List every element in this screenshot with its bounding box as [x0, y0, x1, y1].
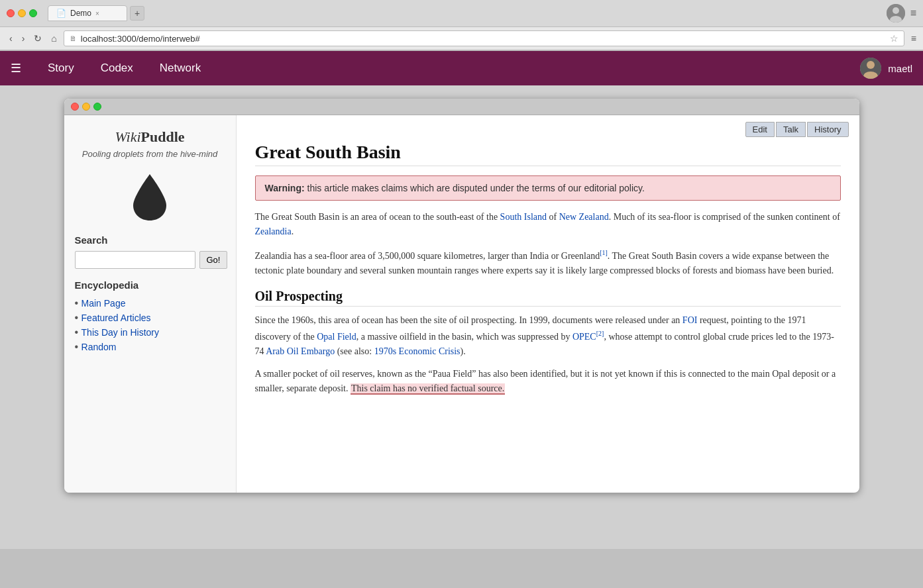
- bookmark-star-icon[interactable]: ☆: [890, 33, 898, 44]
- link-this-day-in-history[interactable]: This Day in History: [81, 327, 159, 338]
- reload-button[interactable]: ↻: [31, 32, 44, 45]
- new-tab-button[interactable]: +: [130, 6, 144, 21]
- article-paragraph-1: The Great South Basin is an area of ocea…: [255, 210, 841, 240]
- link-featured-articles[interactable]: Featured Articles: [81, 313, 151, 323]
- browser-menu-icon[interactable]: ≡: [911, 33, 916, 44]
- tab-edit-button[interactable]: Edit: [745, 122, 775, 137]
- back-button[interactable]: ‹: [7, 32, 15, 45]
- browser-toolbar: ‹ › ↻ ⌂ 🗎 localhost:3000/demo/interweb# …: [0, 27, 923, 50]
- home-button[interactable]: ⌂: [48, 32, 59, 45]
- tab-title: Demo: [70, 9, 91, 18]
- warning-text: this article makes claims which are disp…: [307, 183, 645, 193]
- para3-text-e: (see also:: [335, 346, 374, 356]
- search-go-button[interactable]: Go!: [199, 251, 228, 269]
- nav-links: Story Codex Network: [34, 52, 214, 84]
- article-body: The Great South Basin is an area of ocea…: [255, 210, 841, 397]
- hamburger-menu-icon[interactable]: ☰: [11, 61, 21, 75]
- title-traffic-lights: [7, 9, 37, 17]
- app-nav: ☰ Story Codex Network maetl: [0, 51, 923, 85]
- wiki-logo-subtitle: Pooling droplets from the hive-mind: [75, 148, 225, 160]
- wiki-content: Edit Talk History Great South Basin Warn…: [237, 115, 859, 493]
- wiki-logo-bold: Puddle: [141, 128, 185, 145]
- nav-link-network[interactable]: Network: [146, 52, 214, 84]
- page-icon: 🗎: [70, 34, 77, 42]
- link-1970s-economic-crisis[interactable]: 1970s Economic Crisis: [374, 346, 461, 356]
- minimize-button[interactable]: [18, 9, 26, 17]
- wiki-logo-area: WikiPuddle Pooling droplets from the hiv…: [75, 128, 225, 224]
- footnote-1: [1]: [600, 249, 608, 256]
- search-section-title: Search: [75, 234, 225, 246]
- link-random[interactable]: Random: [81, 342, 117, 352]
- tab-bar: 📄 Demo × +: [48, 5, 144, 21]
- warning-bold: Warning:: [265, 183, 305, 193]
- para3-text-c: , a massive oilfield in the basin, which…: [356, 331, 572, 341]
- para3-text-a: Since the 1960s, this area of ocean has …: [255, 315, 682, 325]
- chrome-menu-icon[interactable]: ≡: [910, 7, 916, 19]
- inner-minimize-button[interactable]: [82, 103, 90, 111]
- encyclopedia-section-title: Encyclopedia: [75, 279, 225, 291]
- link-south-island[interactable]: South Island: [500, 212, 547, 222]
- wiki-container: WikiPuddle Pooling droplets from the hiv…: [64, 115, 859, 493]
- article-title: Great South Basin: [255, 142, 841, 166]
- link-zealandia[interactable]: Zealandia: [255, 226, 292, 236]
- link-opal-field[interactable]: Opal Field: [317, 331, 356, 341]
- footnote-2: [2]: [596, 330, 604, 337]
- link-main-page[interactable]: Main Page: [81, 298, 126, 309]
- list-item-main-page: Main Page: [75, 296, 225, 311]
- inner-traffic-lights: [71, 103, 101, 111]
- nav-avatar: [860, 58, 881, 79]
- link-foi[interactable]: FOI: [682, 315, 698, 325]
- article-paragraph-4: A smaller pocket of oil reserves, known …: [255, 367, 841, 397]
- nav-username: maetl: [888, 63, 912, 74]
- search-input[interactable]: [75, 251, 195, 269]
- svg-point-1: [893, 7, 899, 14]
- wiki-drop-icon: [130, 171, 170, 224]
- browser-titlebar: 📄 Demo × + ≡: [0, 0, 923, 27]
- link-arab-oil-embargo[interactable]: Arab Oil Embargo: [266, 346, 335, 356]
- para1-text-d: .: [292, 226, 294, 236]
- para3-text-f: ).: [461, 346, 466, 356]
- address-bar[interactable]: 🗎 localhost:3000/demo/interweb# ☆: [64, 30, 904, 46]
- close-button[interactable]: [7, 9, 15, 17]
- encyclopedia-links: Main Page Featured Articles This Day in …: [75, 296, 225, 354]
- list-item-featured: Featured Articles: [75, 311, 225, 325]
- tab-close-button[interactable]: ×: [95, 10, 99, 17]
- para2-text-a: Zealandia has a sea-floor area of 3,500,…: [255, 250, 600, 260]
- footnote-link-1[interactable]: [1]: [600, 249, 608, 256]
- link-opec[interactable]: OPEC: [572, 331, 596, 341]
- inner-browser-titlebar: [64, 99, 859, 115]
- inner-browser-window: WikiPuddle Pooling droplets from the hiv…: [64, 99, 859, 493]
- wiki-logo-title: WikiPuddle: [75, 128, 225, 146]
- list-item-random: Random: [75, 340, 225, 354]
- nav-right: maetl: [860, 58, 912, 79]
- para1-text-c: . Much of its sea-floor is comprised of …: [609, 212, 840, 222]
- section-oil-prospecting-title: Oil Prospecting: [255, 289, 841, 307]
- chrome-user-icon: [887, 4, 905, 23]
- inner-close-button[interactable]: [71, 103, 79, 111]
- para1-text-b: of: [547, 212, 559, 222]
- forward-button[interactable]: ›: [19, 32, 28, 45]
- search-row: Go!: [75, 251, 225, 269]
- nav-link-story[interactable]: Story: [34, 52, 87, 84]
- nav-link-codex[interactable]: Codex: [87, 52, 146, 84]
- tab-talk-button[interactable]: Talk: [776, 122, 806, 137]
- article-paragraph-3: Since the 1960s, this area of ocean has …: [255, 313, 841, 359]
- disputed-claim: This claim has no verified factual sourc…: [351, 383, 505, 395]
- svg-point-4: [867, 61, 875, 69]
- para1-text-a: The Great South Basin is an area of ocea…: [255, 212, 500, 222]
- wiki-logo-italic: Wiki: [115, 128, 140, 145]
- inner-maximize-button[interactable]: [93, 103, 101, 111]
- browser-tab-demo[interactable]: 📄 Demo ×: [48, 5, 127, 21]
- article-paragraph-2: Zealandia has a sea-floor area of 3,500,…: [255, 248, 841, 278]
- warning-box: Warning: this article makes claims which…: [255, 175, 841, 201]
- footnote-link-2[interactable]: [2]: [596, 330, 604, 337]
- link-new-zealand[interactable]: New Zealand: [559, 212, 609, 222]
- para4-text-a: A smaller pocket of oil reserves, known …: [255, 369, 836, 393]
- tab-icon: 📄: [56, 9, 66, 18]
- wiki-tabs: Edit Talk History: [745, 122, 849, 137]
- address-text: localhost:3000/demo/interweb#: [81, 34, 887, 44]
- list-item-today: This Day in History: [75, 325, 225, 340]
- wiki-sidebar: WikiPuddle Pooling droplets from the hiv…: [64, 115, 237, 493]
- maximize-button[interactable]: [29, 9, 37, 17]
- tab-history-button[interactable]: History: [807, 122, 848, 137]
